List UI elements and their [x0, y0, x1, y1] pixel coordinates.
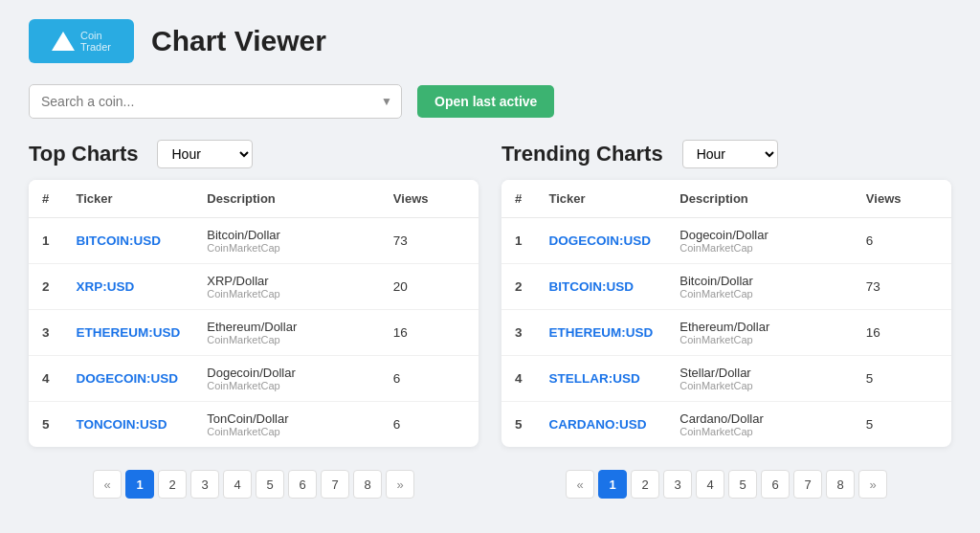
table-row: 4 STELLAR:USD Stellar/Dollar CoinMarketC… — [501, 356, 951, 402]
desc-sub: CoinMarketCap — [207, 380, 367, 391]
page-3-button[interactable]: 3 — [663, 470, 692, 499]
paginations-row: «12345678» «12345678» — [29, 456, 951, 499]
table-row: 2 XRP:USD XRP/Dollar CoinMarketCap 20 — [29, 264, 479, 310]
ticker-link[interactable]: STELLAR:USD — [549, 371, 640, 386]
description-cell: Bitcoin/Dollar CoinMarketCap — [193, 218, 380, 264]
description-cell: Dogecoin/Dollar CoinMarketCap — [666, 218, 853, 264]
page-8-button[interactable]: 8 — [353, 470, 382, 499]
desc-main: Dogecoin/Dollar — [679, 228, 839, 242]
desc-sub: CoinMarketCap — [207, 426, 367, 437]
views-cell: 16 — [853, 310, 951, 356]
col-description: Description — [193, 180, 380, 218]
table-row: 5 TONCOIN:USD TonCoin/Dollar CoinMarketC… — [29, 402, 479, 448]
rank-cell: 4 — [501, 356, 536, 402]
page-1-button[interactable]: 1 — [125, 470, 154, 499]
views-cell: 6 — [853, 218, 951, 264]
desc-main: TonCoin/Dollar — [207, 411, 367, 426]
ticker-cell[interactable]: STELLAR:USD — [536, 356, 667, 402]
col-views: Views — [853, 180, 951, 218]
prev-page-button[interactable]: « — [566, 470, 594, 499]
page-title: Chart Viewer — [151, 25, 326, 57]
ticker-cell[interactable]: TONCOIN:USD — [63, 402, 194, 448]
views-cell: 5 — [853, 402, 951, 448]
rank-cell: 2 — [29, 264, 63, 310]
views-cell: 20 — [380, 264, 479, 310]
next-page-button[interactable]: » — [858, 470, 887, 499]
page-6-button[interactable]: 6 — [761, 470, 790, 499]
table-row: 1 DOGECOIN:USD Dogecoin/Dollar CoinMarke… — [501, 218, 951, 264]
ticker-link[interactable]: ETHEREUM:USD — [549, 325, 654, 340]
col-rank: # — [29, 180, 63, 218]
prev-page-button[interactable]: « — [93, 470, 122, 499]
toolbar: ▼ Open last active — [29, 84, 951, 119]
ticker-link[interactable]: BITCOIN:USD — [549, 279, 635, 294]
rank-cell: 2 — [501, 264, 536, 310]
page-4-button[interactable]: 4 — [223, 470, 252, 499]
description-cell: Ethereum/Dollar CoinMarketCap — [193, 310, 380, 356]
ticker-link[interactable]: DOGECOIN:USD — [77, 371, 179, 386]
page-6-button[interactable]: 6 — [288, 470, 317, 499]
search-wrapper: ▼ — [29, 84, 402, 119]
ticker-link[interactable]: CARDANO:USD — [549, 417, 647, 432]
trending-charts-section: Trending Charts Hour Day Week Month # Ti… — [501, 140, 951, 447]
ticker-cell[interactable]: CARDANO:USD — [536, 402, 667, 448]
description-cell: Ethereum/Dollar CoinMarketCap — [666, 310, 853, 356]
desc-sub: CoinMarketCap — [207, 288, 367, 300]
ticker-cell[interactable]: BITCOIN:USD — [536, 264, 667, 310]
open-last-active-button[interactable]: Open last active — [417, 85, 554, 118]
ticker-link[interactable]: XRP:USD — [77, 279, 135, 294]
page-5-button[interactable]: 5 — [256, 470, 284, 499]
ticker-cell[interactable]: DOGECOIN:USD — [63, 356, 194, 402]
top-charts-title: Top Charts — [29, 142, 138, 167]
ticker-cell[interactable]: ETHEREUM:USD — [536, 310, 667, 356]
desc-sub: CoinMarketCap — [679, 334, 839, 345]
table-row: 1 BITCOIN:USD Bitcoin/Dollar CoinMarketC… — [29, 218, 479, 264]
col-ticker: Ticker — [536, 180, 667, 218]
page-2-button[interactable]: 2 — [158, 470, 187, 499]
page-5-button[interactable]: 5 — [728, 470, 757, 499]
page-4-button[interactable]: 4 — [696, 470, 724, 499]
ticker-link[interactable]: DOGECOIN:USD — [549, 233, 652, 248]
ticker-link[interactable]: TONCOIN:USD — [77, 417, 167, 432]
trending-charts-pagination: «12345678» — [501, 456, 951, 499]
page-8-button[interactable]: 8 — [826, 470, 855, 499]
desc-main: Cardano/Dollar — [679, 411, 839, 426]
logo-text: Coin Trader — [80, 30, 111, 53]
page-1-button[interactable]: 1 — [598, 470, 627, 499]
ticker-cell[interactable]: XRP:USD — [63, 264, 194, 310]
trending-charts-table: # Ticker Description Views 1 DOGECOIN:US… — [501, 180, 951, 447]
top-charts-header: Top Charts Hour Day Week Month — [29, 140, 479, 168]
description-cell: Cardano/Dollar CoinMarketCap — [666, 402, 853, 448]
page-7-button[interactable]: 7 — [321, 470, 349, 499]
desc-main: XRP/Dollar — [207, 274, 367, 288]
ticker-link[interactable]: ETHEREUM:USD — [77, 325, 181, 340]
rank-cell: 5 — [501, 402, 536, 448]
views-cell: 5 — [853, 356, 951, 402]
top-charts-period-select[interactable]: Hour Day Week Month — [157, 140, 253, 168]
trending-charts-period-select[interactable]: Hour Day Week Month — [682, 140, 778, 168]
page-3-button[interactable]: 3 — [190, 470, 219, 499]
desc-main: Stellar/Dollar — [679, 366, 839, 380]
desc-sub: CoinMarketCap — [679, 426, 839, 437]
desc-sub: CoinMarketCap — [207, 242, 367, 254]
ticker-cell[interactable]: BITCOIN:USD — [63, 218, 194, 264]
header: Coin Trader Chart Viewer — [29, 19, 951, 63]
ticker-cell[interactable]: DOGECOIN:USD — [536, 218, 667, 264]
views-cell: 6 — [380, 356, 479, 402]
col-ticker: Ticker — [63, 180, 194, 218]
table-row: 4 DOGECOIN:USD Dogecoin/Dollar CoinMarke… — [29, 356, 479, 402]
desc-main: Bitcoin/Dollar — [207, 228, 367, 242]
page-2-button[interactable]: 2 — [631, 470, 659, 499]
rank-cell: 5 — [29, 402, 63, 448]
next-page-button[interactable]: » — [386, 470, 414, 499]
top-charts-section: Top Charts Hour Day Week Month # Ticker … — [29, 140, 479, 447]
search-input[interactable] — [29, 84, 402, 119]
trending-charts-title: Trending Charts — [501, 142, 663, 167]
col-views: Views — [380, 180, 479, 218]
rank-cell: 4 — [29, 356, 63, 402]
ticker-cell[interactable]: ETHEREUM:USD — [63, 310, 194, 356]
description-cell: Stellar/Dollar CoinMarketCap — [666, 356, 853, 402]
desc-main: Ethereum/Dollar — [679, 320, 839, 334]
page-7-button[interactable]: 7 — [793, 470, 822, 499]
ticker-link[interactable]: BITCOIN:USD — [77, 233, 162, 248]
